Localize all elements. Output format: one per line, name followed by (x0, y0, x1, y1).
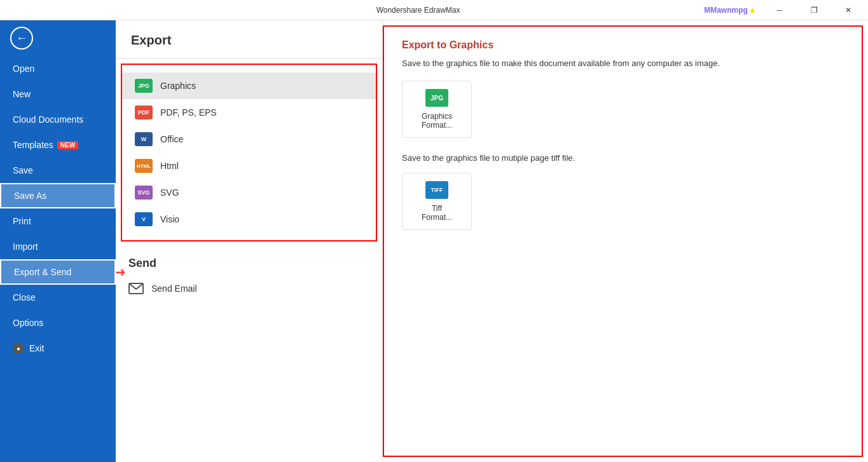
html-icon: HTML (135, 159, 153, 173)
tiff-description: Save to the graphics file to mutiple pag… (402, 153, 844, 163)
sidebar-item-open[interactable]: Open (0, 56, 116, 81)
sidebar-item-close[interactable]: Close (0, 285, 116, 310)
crown-icon: ♦ (750, 5, 755, 15)
username: MMawnmpg (704, 6, 748, 15)
sidebar-item-exit[interactable]: ● Exit (0, 336, 116, 361)
sidebar-item-print[interactable]: Print (0, 208, 116, 234)
sidebar-item-export-send[interactable]: Export & Send ➜ (0, 259, 116, 285)
export-right-title: Export to Graphics (402, 39, 844, 51)
format-options: JPG GraphicsFormat... (402, 81, 844, 138)
tiff-format-label: TiffFormat... (422, 204, 452, 222)
visio-icon: V (135, 212, 153, 226)
sidebar-item-new[interactable]: New (0, 81, 116, 107)
arrow-icon: ➜ (115, 264, 126, 280)
sidebar: ← Open New Cloud Documents Templates NEW… (0, 20, 116, 462)
office-icon: W (135, 132, 153, 146)
graphics-format-label: GraphicsFormat... (422, 112, 452, 130)
export-item-graphics[interactable]: JPG Graphics (122, 72, 376, 99)
exit-circle-icon: ● (13, 343, 24, 354)
maximize-button[interactable]: ❐ (799, 0, 829, 20)
close-button[interactable]: ✕ (834, 0, 863, 20)
export-item-office[interactable]: W Office (122, 126, 376, 153)
export-items-list: JPG Graphics PDF PDF, PS, EPS W Office (121, 64, 377, 241)
main-content: Export JPG Graphics PDF PDF, PS, EPS W (116, 20, 868, 462)
export-right-panel: Export to Graphics Save to the graphics … (383, 25, 863, 457)
export-item-html[interactable]: HTML Html (122, 153, 376, 179)
graphics-icon: JPG (135, 79, 153, 93)
new-badge: NEW (57, 141, 78, 149)
export-item-visio[interactable]: V Visio (122, 206, 376, 233)
app-body: ← Open New Cloud Documents Templates NEW… (0, 20, 868, 462)
title-bar: Wondershare EdrawMax MMawnmpg ♦ ─ ❐ ✕ (0, 0, 868, 20)
export-item-pdf[interactable]: PDF PDF, PS, EPS (122, 99, 376, 126)
graphics-format-icon: JPG (425, 89, 448, 107)
app-title: Wondershare EdrawMax (132, 6, 704, 15)
graphics-description: Save to the graphics file to make this d… (402, 58, 844, 68)
user-profile[interactable]: MMawnmpg ♦ (704, 5, 755, 15)
sidebar-item-templates[interactable]: Templates NEW (0, 132, 116, 158)
sidebar-item-import[interactable]: Import (0, 234, 116, 259)
export-item-svg[interactable]: SVG SVG (122, 179, 376, 206)
export-panel: Export JPG Graphics PDF PDF, PS, EPS W (116, 20, 868, 462)
export-left-panel: Export JPG Graphics PDF PDF, PS, EPS W (116, 20, 383, 462)
graphics-format-card[interactable]: JPG GraphicsFormat... (402, 81, 472, 138)
send-email-item[interactable]: Send Email (128, 278, 369, 299)
tiff-format-card[interactable]: TIFF TiffFormat... (402, 173, 472, 230)
sidebar-item-save[interactable]: Save (0, 158, 116, 183)
export-section-title: Export (116, 20, 382, 58)
back-circle-icon: ← (10, 27, 33, 50)
sidebar-item-options[interactable]: Options (0, 310, 116, 336)
send-section: Send Send Email (116, 247, 382, 309)
pdf-icon: PDF (135, 105, 153, 119)
minimize-button[interactable]: ─ (765, 0, 794, 20)
tiff-format-icon: TIFF (425, 181, 448, 199)
back-button[interactable]: ← (0, 20, 116, 56)
sidebar-item-cloud-documents[interactable]: Cloud Documents (0, 107, 116, 132)
svg-icon: SVG (135, 186, 153, 200)
tiff-format-options: TIFF TiffFormat... (402, 173, 844, 230)
sidebar-item-save-as[interactable]: Save As (0, 183, 116, 208)
send-section-title: Send (128, 257, 369, 270)
email-icon (128, 283, 144, 294)
